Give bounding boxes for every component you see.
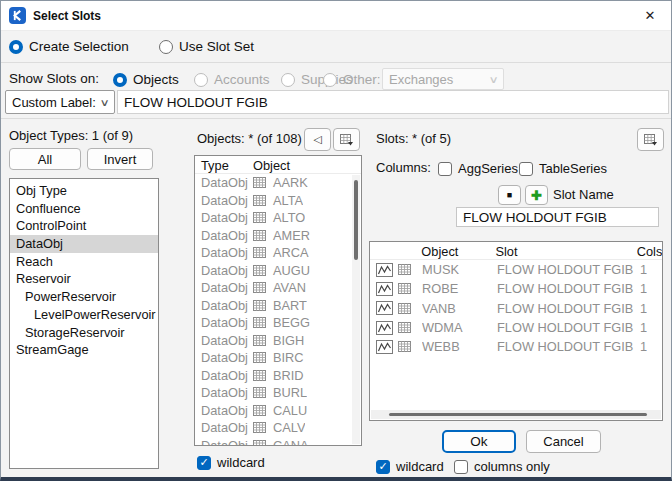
open-object-button[interactable] — [333, 128, 360, 151]
object-type-item[interactable]: Confluence — [10, 200, 158, 218]
object-row[interactable]: DataObj BRID — [195, 367, 361, 385]
objects-table-header[interactable]: ˆ Type Object — [195, 156, 361, 174]
ok-button[interactable]: Ok — [442, 430, 516, 453]
object-row[interactable]: DataObj BEGG — [195, 314, 361, 332]
series-slot-icon — [376, 301, 393, 315]
col-header-type[interactable]: Type — [195, 158, 253, 173]
object-row[interactable]: DataObj AMER — [195, 227, 361, 245]
object-types-list[interactable]: Obj Type Confluence ControlPoint DataObj… — [9, 178, 159, 469]
object-row[interactable]: DataObj BIGH — [195, 332, 361, 350]
use-slot-set-radio[interactable] — [159, 40, 173, 54]
object-row[interactable]: DataObj AUGU — [195, 262, 361, 280]
close-button[interactable]: ✕ — [629, 1, 671, 30]
objects-wildcard-checkbox[interactable] — [197, 456, 211, 470]
objects-radio[interactable] — [113, 73, 127, 87]
object-row[interactable]: DataObj AVAN — [195, 279, 361, 297]
object-row[interactable]: DataObj BART — [195, 297, 361, 315]
supplies-radio — [281, 73, 295, 87]
object-type-label: LevelPowerReservoir — [34, 307, 156, 322]
object-type-item[interactable]: Reach — [10, 253, 158, 271]
object-name-cell: BIGH — [266, 333, 304, 348]
slot-row[interactable]: MUSK FLOW HOLDOUT FGIB 1 — [370, 260, 662, 279]
custom-label-dropdown[interactable]: Custom Label: ∨ — [5, 90, 115, 114]
object-row[interactable]: DataObj CALV — [195, 419, 361, 437]
object-row[interactable]: DataObj ALTA — [195, 192, 361, 210]
object-type-item[interactable]: DataObj — [10, 235, 158, 253]
other-option: Other: — [323, 70, 381, 88]
object-row[interactable]: DataObj BIRC — [195, 349, 361, 367]
use-slot-set-option[interactable]: Use Slot Set — [159, 37, 254, 55]
objects-table[interactable]: ˆ Type Object DataObj AARK DataObj ALTA — [194, 155, 362, 446]
add-slot-filter-button[interactable]: ✚ — [525, 185, 548, 205]
open-slot-button[interactable] — [637, 128, 664, 151]
object-row[interactable]: DataObj ARCA — [195, 244, 361, 262]
object-types-list-header: Obj Type — [10, 182, 158, 200]
slots-wildcard-option[interactable]: wildcard — [376, 457, 444, 475]
object-name-cell: AUGU — [266, 263, 310, 278]
slot-row[interactable]: WEBB FLOW HOLDOUT FGIB 1 — [370, 337, 662, 356]
objects-vertical-scrollbar[interactable] — [352, 175, 360, 444]
slot-name-field[interactable]: FLOW HOLDOUT FGIB — [456, 207, 659, 227]
object-type-item[interactable]: PowerReservoir — [10, 288, 158, 306]
create-selection-option[interactable]: Create Selection — [9, 37, 129, 55]
create-selection-radio[interactable] — [9, 40, 23, 54]
object-row[interactable]: DataObj BURL — [195, 384, 361, 402]
data-object-icon — [253, 317, 266, 328]
slot-name-label: Slot Name — [553, 187, 614, 202]
accounts-option: Accounts — [194, 70, 270, 88]
invert-button[interactable]: Invert — [87, 148, 153, 170]
all-button[interactable]: All — [9, 148, 81, 170]
slot-row[interactable]: WDMA FLOW HOLDOUT FGIB 1 — [370, 318, 662, 337]
object-type-item[interactable]: Reservoir — [10, 270, 158, 288]
slots-table[interactable]: ˆ Object Slot Cols MUSK FLOW HOLDOUT FGI… — [369, 241, 663, 421]
object-name-cell: AVAN — [266, 280, 306, 295]
scrollbar-handle[interactable] — [354, 180, 358, 260]
series-slot-icon — [376, 321, 393, 335]
object-row[interactable]: DataObj AARK — [195, 174, 361, 192]
cancel-button[interactable]: Cancel — [526, 430, 601, 453]
table-series-option[interactable]: TableSeries — [519, 159, 607, 177]
object-type-cell: DataObj — [195, 315, 253, 330]
data-object-icon — [253, 387, 266, 398]
object-types-items: Confluence ControlPoint DataObj Reach Re… — [10, 200, 158, 359]
col-header-object[interactable]: Object — [421, 244, 495, 259]
object-type-item[interactable]: StreamGage — [10, 341, 158, 359]
table-series-checkbox[interactable] — [519, 162, 533, 176]
custom-label-field[interactable]: FLOW HOLDOUT FGIB — [117, 90, 669, 114]
col-header-cols[interactable]: Cols — [637, 244, 662, 259]
object-type-item[interactable]: ControlPoint — [10, 217, 158, 235]
scrollbar-handle[interactable] — [389, 413, 647, 416]
object-type-item[interactable]: LevelPowerReservoir — [10, 306, 158, 324]
object-name-cell: BIRC — [266, 350, 304, 365]
show-selected-button[interactable]: ◁ — [304, 128, 331, 151]
slots-wildcard-checkbox[interactable] — [376, 460, 390, 474]
agg-series-checkbox[interactable] — [438, 162, 452, 176]
object-name-cell: BEGG — [266, 315, 310, 330]
columns-only-option[interactable]: columns only — [454, 457, 550, 475]
object-type-cell: DataObj — [195, 298, 253, 313]
object-types-header: Object Types: 1 (of 9) — [9, 128, 133, 143]
object-row[interactable]: DataObj CANA — [195, 437, 361, 447]
slot-cols-cell: 1 — [640, 320, 647, 335]
columns-only-checkbox[interactable] — [454, 460, 468, 474]
object-row[interactable]: DataObj ALTO — [195, 209, 361, 227]
objects-wildcard-option[interactable]: wildcard — [197, 453, 265, 471]
col-header-slot[interactable]: Slot — [495, 244, 636, 259]
slots-horizontal-scrollbar[interactable] — [371, 410, 661, 419]
back-triangle-icon: ◁ — [313, 133, 321, 146]
objects-header: Objects: * (of 108) — [197, 131, 302, 146]
slot-object-cell: WEBB — [422, 339, 497, 354]
object-type-label: StreamGage — [16, 342, 89, 357]
col-header-object[interactable]: Object — [253, 158, 341, 173]
slot-object-cell: WDMA — [422, 320, 497, 335]
series-slot-icon — [376, 282, 393, 296]
objects-option[interactable]: Objects — [113, 70, 179, 88]
agg-series-option[interactable]: AggSeries — [438, 159, 518, 177]
remove-slot-filter-button[interactable]: ■ — [498, 185, 521, 205]
slot-row[interactable]: ROBE FLOW HOLDOUT FGIB 1 — [370, 279, 662, 298]
slot-row[interactable]: VANB FLOW HOLDOUT FGIB 1 — [370, 299, 662, 318]
object-type-item[interactable]: StorageReservoir — [10, 324, 158, 342]
object-row[interactable]: DataObj CALU — [195, 402, 361, 420]
slots-table-header[interactable]: ˆ Object Slot Cols — [370, 242, 662, 260]
object-type-cell: DataObj — [195, 193, 253, 208]
